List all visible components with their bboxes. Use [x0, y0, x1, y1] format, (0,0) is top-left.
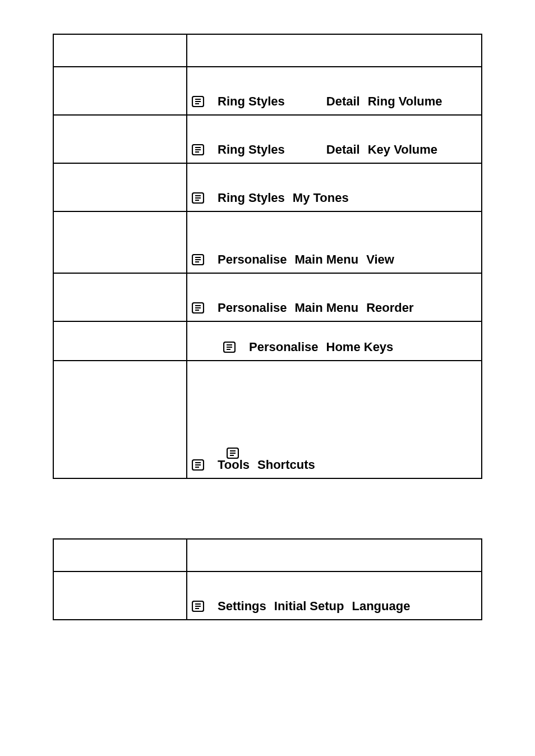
header-description	[187, 539, 482, 571]
cell-feature	[53, 273, 187, 321]
path-segment: Personalise	[218, 302, 287, 314]
cell-feature	[53, 211, 187, 273]
path-segment: Ring Styles	[218, 192, 285, 204]
cell-feature	[53, 115, 187, 163]
path-segment: Settings	[218, 600, 266, 612]
table-row: Ring Styles Detail Ring Volume	[53, 67, 482, 115]
path-segment: Personalise	[218, 253, 287, 266]
path-segment: Personalise	[249, 341, 319, 353]
cell-description: Ring Styles Detail Ring Volume	[187, 67, 482, 115]
path-segment: Ring Styles	[218, 95, 285, 108]
menu-icon	[192, 96, 204, 107]
path-segment: Language	[352, 600, 410, 612]
cell-feature	[53, 361, 187, 478]
page: Ring Styles Detail Ring Volume Ring Styl…	[0, 0, 535, 756]
path-segment: Ring Styles	[218, 144, 285, 156]
table-header-row	[53, 539, 482, 571]
menu-icon	[192, 459, 204, 471]
header-description	[187, 34, 482, 67]
cell-description: Ring Styles Detail Key Volume	[187, 115, 482, 163]
cell-feature	[53, 571, 187, 620]
path-segment: Shortcuts	[257, 459, 315, 471]
cell-description: Ring Styles My Tones	[187, 163, 482, 211]
table-row: Settings Initial Setup Language	[53, 571, 482, 620]
cell-description: Personalise Home Keys	[187, 321, 482, 361]
cell-description: Personalise Main Menu View	[187, 211, 482, 273]
table-header-row	[53, 34, 482, 67]
path-segment: Tools	[218, 459, 250, 471]
cell-description: Settings Initial Setup Language	[187, 571, 482, 620]
cell-feature	[53, 163, 187, 211]
menu-icon	[227, 448, 239, 459]
path-segment: Main Menu	[295, 253, 359, 266]
table-row: Personalise Main Menu Reorder	[53, 273, 482, 321]
menu-icon	[192, 144, 204, 155]
menu-icon	[192, 254, 204, 265]
menu-icon	[192, 302, 204, 314]
table-row: Ring Styles My Tones	[53, 163, 482, 211]
table-gap	[53, 479, 482, 538]
table-row: Personalise Home Keys	[53, 321, 482, 361]
header-feature	[53, 539, 187, 571]
path-segment: Key Volume	[368, 144, 437, 156]
personalise-table: Ring Styles Detail Ring Volume Ring Styl…	[53, 34, 482, 479]
path-segment: Detail	[326, 95, 360, 108]
path-segment: Reorder	[366, 302, 413, 314]
path-segment: Main Menu	[295, 302, 359, 314]
cell-description: Personalise Main Menu Reorder	[187, 273, 482, 321]
table-row: Personalise Main Menu View	[53, 211, 482, 273]
cell-feature	[53, 67, 187, 115]
path-segment: My Tones	[293, 192, 349, 204]
table-row: Ring Styles Detail Key Volume	[53, 115, 482, 163]
path-segment: Detail	[326, 144, 360, 156]
menu-icon	[192, 192, 204, 204]
path-segment: Ring Volume	[368, 95, 442, 108]
path-segment: Initial Setup	[274, 600, 344, 612]
menu-icon	[192, 601, 204, 612]
menu-icon	[223, 342, 236, 353]
path-segment: Home Keys	[326, 341, 394, 353]
cell-description: Tools Shortcuts	[187, 361, 482, 478]
extras-table: Settings Initial Setup Language	[53, 538, 482, 620]
header-feature	[53, 34, 187, 67]
cell-feature	[53, 321, 187, 361]
path-segment: View	[366, 253, 394, 266]
table-row: Tools Shortcuts	[53, 361, 482, 478]
